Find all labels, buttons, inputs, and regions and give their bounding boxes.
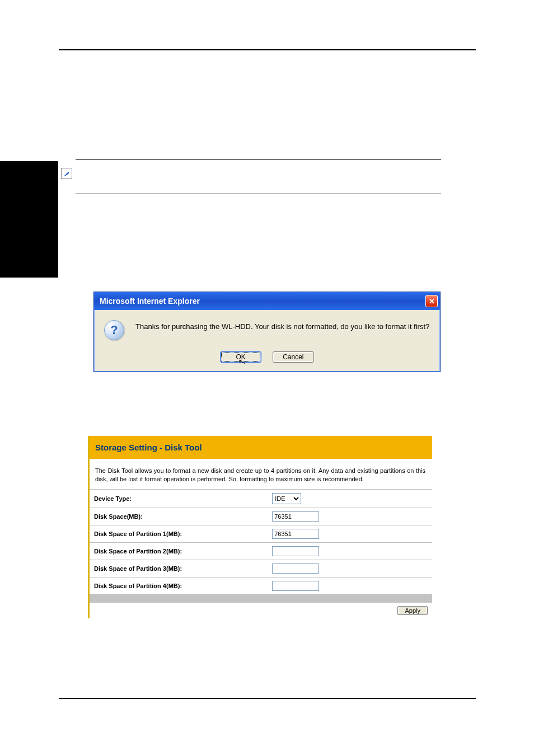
note-box [76, 159, 441, 194]
dialog-message: Thanks for purchasing the WL-HDD. Your d… [135, 320, 429, 331]
p1-input[interactable] [272, 529, 319, 539]
cancel-button[interactable]: Cancel [273, 351, 314, 363]
p3-input[interactable] [272, 564, 319, 574]
page-top-rule [59, 49, 476, 50]
page-bottom-rule [59, 698, 476, 699]
pencil-note-icon [61, 168, 72, 179]
device-type-select[interactable]: IDE [272, 493, 301, 504]
p4-input[interactable] [272, 581, 319, 591]
disk-tool-form: Device Type: IDE Disk Space(MB): Disk Sp… [90, 489, 432, 618]
disk-space-input[interactable] [272, 511, 319, 522]
label-disk-space: Disk Space(MB): [90, 508, 268, 525]
margin-black-box [0, 161, 58, 278]
question-icon: ? [104, 320, 124, 340]
ok-button[interactable]: OK [220, 351, 261, 363]
dialog-titlebar: Microsoft Internet Explorer ✕ [94, 292, 440, 310]
row-partition-4: Disk Space of Partition 4(MB): [90, 577, 432, 594]
ie-dialog: Microsoft Internet Explorer ✕ ? Thanks f… [93, 292, 441, 372]
panel-title: Storage Setting - Disk Tool [90, 436, 432, 459]
separator-bar [90, 594, 432, 602]
row-device-type: Device Type: IDE [90, 489, 432, 508]
apply-row: Apply [90, 602, 432, 618]
close-icon[interactable]: ✕ [425, 295, 438, 307]
disk-tool-panel: Storage Setting - Disk Tool The Disk Too… [88, 436, 432, 618]
dialog-title: Microsoft Internet Explorer [100, 297, 200, 306]
row-partition-1: Disk Space of Partition 1(MB): [90, 525, 432, 542]
apply-button[interactable]: Apply [397, 606, 428, 615]
p2-input[interactable] [272, 546, 319, 556]
label-device-type: Device Type: [90, 489, 268, 508]
label-p2: Disk Space of Partition 2(MB): [90, 542, 268, 560]
row-partition-3: Disk Space of Partition 3(MB): [90, 560, 432, 577]
panel-description: The Disk Tool allows you to format a new… [90, 459, 432, 489]
row-disk-space: Disk Space(MB): [90, 508, 432, 525]
row-partition-2: Disk Space of Partition 2(MB): [90, 542, 432, 560]
label-p1: Disk Space of Partition 1(MB): [90, 525, 268, 542]
label-p3: Disk Space of Partition 3(MB): [90, 560, 268, 577]
label-p4: Disk Space of Partition 4(MB): [90, 577, 268, 594]
